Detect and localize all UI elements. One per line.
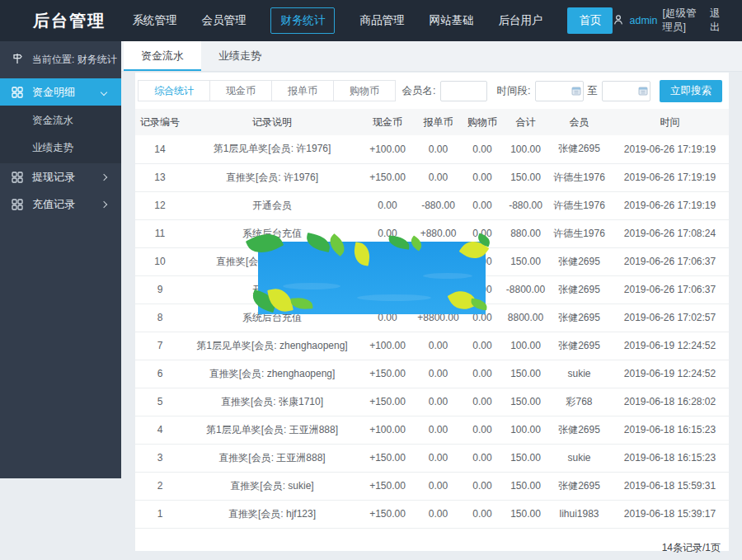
- table-cell: 2019-06-26 17:08:24: [611, 219, 729, 247]
- toolbar: 综合统计现金币报单币购物币 会员名: 时间段:: [135, 73, 729, 109]
- filter-button[interactable]: 现金币: [209, 80, 272, 101]
- table-cell: -880.00: [416, 191, 461, 219]
- table-cell: 150.00: [504, 444, 547, 472]
- sidebar-subitem[interactable]: 资金流水: [0, 107, 121, 134]
- chevron-right-icon: [101, 173, 107, 180]
- table-cell: 0.00: [461, 500, 504, 528]
- table-cell: 0.00: [461, 332, 504, 360]
- table-cell: 0.00: [461, 135, 504, 163]
- sidebar-item[interactable]: 提现记录: [0, 163, 121, 191]
- sidebar-item[interactable]: 充值记录: [0, 191, 121, 218]
- table-cell: sukie: [547, 360, 611, 388]
- table-cell: +150.00: [359, 360, 416, 388]
- table-cell: 0.00: [461, 360, 504, 388]
- table-cell: 直推奖[会员: 王亚洲888]: [185, 444, 359, 472]
- table-cell: 彩768: [547, 388, 611, 416]
- table-cell: 2019-06-26 17:06:37: [611, 275, 729, 304]
- nav-item[interactable]: 系统管理: [132, 13, 176, 28]
- column-header: 记录说明: [185, 109, 359, 135]
- search-area: 会员名: 时间段: 至: [402, 80, 722, 102]
- calendar-icon[interactable]: [571, 86, 581, 96]
- nav-item[interactable]: 首页: [567, 7, 613, 34]
- table-cell: 150.00: [504, 388, 547, 416]
- table-cell: 2019-06-18 16:28:02: [611, 388, 729, 416]
- date-from-wrap: [535, 81, 584, 101]
- to-label: 至: [588, 84, 599, 98]
- nav-item[interactable]: 财务统计: [270, 7, 335, 34]
- table-row: 1直推奖[会员: hjf123]+150.000.000.00150.00lih…: [135, 500, 729, 528]
- sidebar-item-label: 提现记录: [32, 170, 75, 185]
- sidebar-item[interactable]: 资金明细: [0, 78, 121, 106]
- calendar-icon[interactable]: [638, 86, 648, 96]
- nav-item[interactable]: 网站基础: [429, 13, 473, 28]
- table-cell: 2019-06-26 17:19:19: [611, 135, 729, 163]
- table-cell: +150.00: [359, 500, 416, 528]
- chevron-down-icon: [101, 88, 107, 95]
- signpost-icon: [11, 52, 24, 68]
- table-cell: 许德生1976: [547, 219, 611, 247]
- sidebar: 当前位置: 财务统计 资金明细资金流水业绩走势提现记录充值记录: [0, 41, 121, 478]
- table-cell: 直推奖[会员: 许1976]: [185, 163, 359, 191]
- table-cell: sukie: [547, 444, 611, 472]
- time-range-label: 时间段:: [497, 84, 531, 98]
- table-cell: 11: [135, 219, 185, 247]
- nav-item[interactable]: 商品管理: [359, 13, 404, 28]
- table-header-row: 记录编号记录说明现金币报单币购物币合计会员时间: [135, 109, 729, 135]
- table-cell: 2019-06-18 15:39:17: [611, 500, 729, 528]
- table-cell: +150.00: [359, 444, 416, 472]
- table-cell: 100.00: [504, 416, 547, 444]
- table-cell: 150.00: [504, 360, 547, 388]
- filter-group: 综合统计现金币报单币购物币: [139, 80, 396, 101]
- table-cell: 880.00: [504, 219, 547, 247]
- table-cell: 2019-06-26 17:19:19: [611, 191, 729, 219]
- table-cell: 8: [135, 304, 185, 332]
- table-cell: +100.00: [359, 416, 416, 444]
- username[interactable]: admin: [629, 15, 657, 26]
- table-cell: 张健2695: [547, 332, 611, 360]
- table-cell: 9: [135, 275, 185, 304]
- table-row: 4第1层见单奖[会员: 王亚洲888]+100.000.000.00100.00…: [135, 416, 729, 444]
- table-cell: 2019-06-26 17:06:37: [611, 247, 729, 275]
- filter-button[interactable]: 综合统计: [138, 80, 210, 101]
- column-header: 现金币: [359, 109, 416, 135]
- table-cell: +150.00: [359, 472, 416, 500]
- table-cell: 直推奖[会员: zhenghaopeng]: [185, 360, 359, 388]
- logout-link[interactable]: 退出: [710, 7, 724, 35]
- records-table: 记录编号记录说明现金币报单币购物币合计会员时间 14第1层见单奖[会员: 许19…: [135, 109, 729, 529]
- column-header: 合计: [504, 109, 547, 135]
- table-cell: 0.00: [416, 472, 461, 500]
- table-cell: 第1层见单奖[会员: zhenghaopeng]: [185, 332, 359, 360]
- filter-button[interactable]: 报单币: [271, 80, 334, 101]
- table-cell: 直推奖[会员: 张康1710]: [185, 388, 359, 416]
- table-cell: 0.00: [416, 500, 461, 528]
- table-row: 3直推奖[会员: 王亚洲888]+150.000.000.00150.00suk…: [135, 444, 729, 472]
- top-navbar: 后台管理 系统管理会员管理财务统计商品管理网站基础后台用户首页 admin [超…: [0, 0, 742, 41]
- user-area: admin [超级管理员] 退出: [613, 7, 724, 35]
- cloud-streak: [423, 273, 472, 279]
- tab[interactable]: 资金流水: [124, 41, 201, 71]
- table-cell: 150.00: [504, 500, 547, 528]
- user-icon: [613, 14, 624, 28]
- nav-item[interactable]: 后台用户: [498, 13, 542, 28]
- breadcrumb-text: 当前位置: 财务统计: [32, 53, 117, 67]
- leaf-decoration: [470, 299, 487, 311]
- member-name-input[interactable]: [440, 81, 487, 101]
- tab[interactable]: 业绩走势: [201, 41, 279, 71]
- table-cell: 第1层见单奖[会员: 许1976]: [185, 135, 359, 163]
- nav-item[interactable]: 会员管理: [201, 13, 246, 28]
- table-cell: 直推奖[会员: hjf123]: [185, 500, 359, 528]
- column-header: 报单币: [416, 109, 461, 135]
- table-row: 7第1层见单奖[会员: zhenghaopeng]+100.000.000.00…: [135, 332, 729, 360]
- table-cell: 0.00: [461, 444, 504, 472]
- sidebar-subitem[interactable]: 业绩走势: [0, 134, 121, 162]
- table-cell: 2019-06-19 12:24:52: [611, 332, 729, 360]
- table-cell: 4: [135, 416, 185, 444]
- filter-button[interactable]: 购物币: [333, 80, 396, 101]
- table-cell: 0.00: [416, 416, 461, 444]
- search-button[interactable]: 立即搜索: [660, 80, 722, 102]
- table-cell: 第1层见单奖[会员: 王亚洲888]: [185, 416, 359, 444]
- table-cell: 7: [135, 332, 185, 360]
- table-cell: 8800.00: [504, 304, 547, 332]
- table-cell: lihui1983: [547, 500, 611, 528]
- table-cell: 开通会员: [185, 191, 359, 219]
